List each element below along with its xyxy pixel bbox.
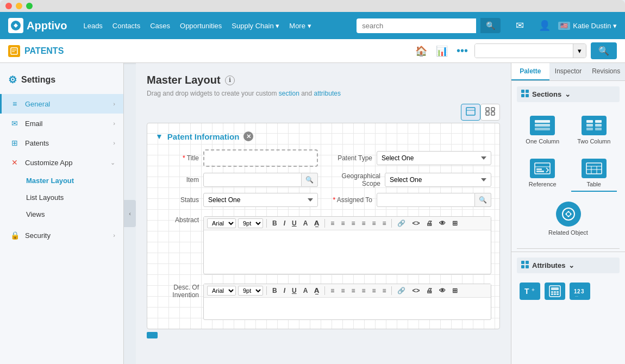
inv-print-button[interactable]: 🖨 — [424, 286, 435, 296]
nav-cases[interactable]: Cases — [150, 22, 170, 30]
inv-italic-button[interactable]: I — [282, 286, 288, 296]
maximize-dot[interactable] — [26, 3, 33, 9]
tab-inspector[interactable]: Inspector — [549, 63, 588, 80]
italic-button[interactable]: I — [282, 218, 288, 228]
font-color-button[interactable]: A — [301, 218, 310, 228]
inv-justify[interactable]: ≡ — [359, 286, 367, 296]
inv-table-button[interactable]: ⊞ — [450, 286, 460, 296]
invention-size-select[interactable]: 9pt — [238, 286, 263, 296]
abstract-size-select[interactable]: 9pt — [238, 218, 263, 228]
justify-button[interactable]: ≡ — [359, 218, 367, 228]
sub-search-button[interactable]: 🔍 — [591, 42, 617, 59]
geo-scope-select[interactable]: Select One — [385, 173, 491, 187]
inv-list-ul[interactable]: ≡ — [370, 286, 378, 296]
preview-button[interactable]: 👁 — [437, 218, 448, 228]
contacts-icon[interactable]: 👤 — [535, 16, 554, 35]
patent-type-select[interactable]: Select One — [377, 151, 491, 165]
align-center-button[interactable]: ≡ — [339, 218, 347, 228]
inv-align-right[interactable]: ≡ — [349, 286, 357, 296]
section-close-button[interactable]: ✕ — [243, 131, 253, 141]
invention-editor-area[interactable] — [204, 298, 491, 319]
nav-supply-chain[interactable]: Supply Chain ▾ — [232, 22, 279, 30]
tab-revisions[interactable]: Revisions — [587, 63, 625, 80]
inv-highlight-button[interactable]: A̲ — [312, 286, 321, 296]
inv-list-ol[interactable]: ≡ — [380, 286, 388, 296]
sidebar-item-patents[interactable]: ⊞ Patents › — [0, 133, 123, 153]
palette-reference[interactable]: Reference — [520, 154, 566, 192]
attr-calculator-icon[interactable] — [545, 283, 565, 300]
sidebar-item-security[interactable]: 🔒 Security › — [0, 225, 123, 245]
nav-more[interactable]: More ▾ — [289, 22, 311, 30]
status-select[interactable]: Select One — [203, 193, 318, 207]
home-icon[interactable]: 🏠 — [413, 43, 429, 59]
single-view-button[interactable] — [461, 104, 480, 121]
title-input[interactable] — [205, 152, 316, 165]
close-dot[interactable] — [5, 3, 12, 9]
search-input[interactable] — [357, 18, 476, 33]
sidebar-item-customize[interactable]: ✕ Customize App ⌄ — [0, 153, 123, 172]
inv-align-center[interactable]: ≡ — [339, 286, 347, 296]
sidebar-label-patents: Patents — [25, 139, 108, 147]
align-left-button[interactable]: ≡ — [328, 218, 336, 228]
sidebar-sub-list-layouts[interactable]: List Layouts — [8, 189, 123, 206]
separator-1 — [266, 219, 267, 228]
sidebar-sub: Master Layout List Layouts Views — [0, 172, 123, 223]
palette-one-column[interactable]: One Column — [520, 111, 566, 149]
tab-palette[interactable]: Palette — [511, 63, 549, 80]
nav-opportunities[interactable]: Opportunities — [180, 22, 222, 30]
inv-bold-button[interactable]: B — [270, 286, 279, 296]
logo[interactable]: Apptivo — [8, 18, 67, 33]
inv-preview-button[interactable]: 👁 — [437, 286, 448, 296]
nav-leads[interactable]: Leads — [83, 22, 102, 30]
inv-sep-3 — [391, 286, 392, 295]
dropdown-arrow[interactable]: ▾ — [573, 44, 586, 58]
inv-link-button[interactable]: 🔗 — [395, 286, 408, 296]
align-right-button[interactable]: ≡ — [349, 218, 357, 228]
sidebar-item-general[interactable]: ≡ General › — [0, 94, 123, 114]
attr-text-plus-icon[interactable]: T + — [520, 283, 540, 300]
user-area[interactable]: 🇺🇸 Katie Dustin ▾ — [558, 22, 617, 30]
item-input[interactable] — [203, 173, 302, 187]
sidebar-item-email[interactable]: ✉ Email › — [0, 114, 123, 133]
invention-font-select[interactable]: Arial — [207, 286, 236, 296]
link-button[interactable]: 🔗 — [395, 218, 408, 228]
inv-code-button[interactable]: <> — [410, 286, 422, 296]
search-button[interactable]: 🔍 — [480, 18, 501, 33]
title-label: * Title — [155, 154, 199, 162]
inv-underline-button[interactable]: U — [290, 286, 299, 296]
status-label: Status — [155, 196, 199, 204]
minimize-dot[interactable] — [16, 3, 22, 9]
assigned-to-input[interactable] — [377, 193, 475, 207]
nav-contacts[interactable]: Contacts — [112, 22, 140, 30]
palette-table[interactable]: Table — [571, 154, 617, 192]
inv-font-color-button[interactable]: A — [301, 286, 310, 296]
abstract-font-select[interactable]: Arial — [207, 218, 236, 228]
palette-related-object[interactable]: Related Object — [520, 197, 617, 240]
sub-search-input[interactable] — [475, 44, 573, 58]
assigned-to-search-icon[interactable]: 🔍 — [475, 193, 491, 207]
collapse-sidebar-button[interactable]: ‹ — [124, 200, 136, 227]
print-button[interactable]: 🖨 — [424, 218, 435, 228]
list-ul-button[interactable]: ≡ — [370, 218, 378, 228]
code-button[interactable]: <> — [410, 218, 422, 228]
underline-button[interactable]: U — [290, 218, 299, 228]
bold-button[interactable]: B — [270, 218, 279, 228]
attr-number-icon[interactable]: 1 2 3 ... — [570, 283, 590, 300]
inv-align-left[interactable]: ≡ — [328, 286, 336, 296]
grid-view-button[interactable] — [480, 104, 500, 121]
info-icon[interactable]: ℹ — [225, 76, 235, 85]
table-insert-button[interactable]: ⊞ — [450, 218, 460, 228]
item-search-icon[interactable]: 🔍 — [302, 173, 318, 187]
sidebar-sub-master-layout[interactable]: Master Layout — [8, 172, 123, 189]
sidebar-sub-views[interactable]: Views — [8, 206, 123, 223]
abstract-editor-area[interactable] — [204, 230, 491, 274]
list-ol-button[interactable]: ≡ — [380, 218, 388, 228]
invention-field: Desc. Of Invention Arial 9pt B I U A A̲ — [155, 281, 491, 320]
palette-two-column[interactable]: Two Column — [571, 111, 617, 149]
messages-icon[interactable]: ✉ — [510, 16, 529, 35]
chart-icon[interactable]: 📊 — [434, 43, 450, 59]
highlight-button[interactable]: A̲ — [312, 218, 321, 228]
nav-icons: ✉ 👤 — [510, 16, 554, 35]
svg-rect-8 — [486, 112, 489, 115]
more-icon[interactable]: ••• — [454, 42, 470, 59]
